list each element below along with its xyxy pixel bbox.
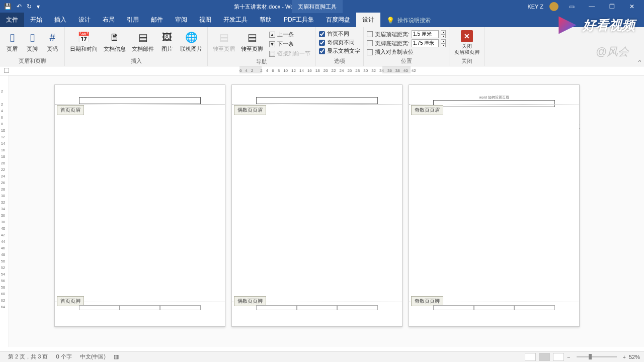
web-layout-button[interactable] <box>553 353 564 361</box>
tab-header-footer-design[interactable]: 设计 <box>356 13 380 27</box>
spinner-down-icon[interactable]: ▾ <box>441 34 446 38</box>
page-3[interactable]: word 如何设置页眉 奇数页页眉 奇数页页脚 <box>409 84 580 327</box>
date-time-button[interactable]: 📅日期和时间 <box>68 29 100 54</box>
collapse-ribbon-icon[interactable]: ^ <box>638 59 641 65</box>
tab-selector-icon[interactable] <box>4 68 9 73</box>
page-1[interactable]: 首页页眉 首页页脚 <box>54 84 225 327</box>
close-header-footer-button[interactable]: ✕ 关闭页眉和页脚 <box>452 29 481 56</box>
group-label: 选项 <box>319 57 360 66</box>
header-content-text: word 如何设置页眉 <box>409 95 579 100</box>
different-odd-even-checkbox[interactable]: 奇偶页不同 <box>319 39 360 46</box>
tell-me-placeholder: 操作说明搜索 <box>397 17 431 24</box>
goto-footer-button[interactable]: ▤转至页脚 <box>239 29 265 58</box>
footer-area[interactable] <box>433 305 555 310</box>
header-area[interactable] <box>256 97 378 104</box>
header-from-top-input[interactable] <box>412 30 439 38</box>
user-name[interactable]: KEY Z <box>527 4 543 10</box>
first-page-header-tag: 首页页眉 <box>57 105 84 115</box>
close-window-button[interactable]: ✕ <box>625 3 639 10</box>
tab-references[interactable]: 引用 <box>121 13 145 27</box>
spinner-up-icon[interactable]: ▴ <box>441 30 446 34</box>
footer-dist-icon <box>367 40 373 46</box>
vertical-ruler[interactable]: 2246810121416182022242628303234363840424… <box>0 75 9 347</box>
group-header-footer: ▯页眉 ▯页脚 #页码 页眉和页脚 <box>0 27 65 66</box>
title-bar: 💾 ↶ ↻ ▾ 第十五讲素材.docx - Word 页眉和页脚工具 KEY Z… <box>0 0 644 13</box>
online-picture-button[interactable]: 🌐联机图片 <box>178 29 204 54</box>
tab-design[interactable]: 设计 <box>72 13 97 27</box>
tab-review[interactable]: 审阅 <box>169 13 193 27</box>
maximize-button[interactable]: ❐ <box>605 3 619 10</box>
tab-layout[interactable]: 布局 <box>97 13 121 27</box>
footer-area[interactable] <box>79 305 201 310</box>
tab-insert[interactable]: 插入 <box>48 13 72 27</box>
next-section-button[interactable]: ▼下一条 <box>267 40 312 48</box>
different-first-page-checkbox[interactable]: 首页不同 <box>319 30 360 38</box>
horizontal-ruler[interactable]: 6422468101214161820222426283032343638404… <box>0 66 644 75</box>
lightbulb-icon: 💡 <box>386 17 394 24</box>
previous-section-button[interactable]: ▲上一条 <box>267 30 312 39</box>
status-bar: 第 2 页，共 3 页 0 个字 中文(中国) ▥ − + 52% <box>0 351 644 362</box>
user-avatar-icon[interactable] <box>549 2 558 11</box>
contextual-tab-label: 页眉和页脚工具 <box>292 0 343 13</box>
page-indicator[interactable]: 第 2 页，共 3 页 <box>4 353 52 360</box>
language-indicator[interactable]: 中文(中国) <box>76 353 110 360</box>
tab-icon <box>367 49 373 55</box>
zoom-level[interactable]: 52% <box>629 354 640 360</box>
zoom-slider-thumb[interactable] <box>589 354 592 359</box>
pages-container: 首页页眉 首页页脚 偶数页页眉 偶数页页脚 word 如何设置页眉 奇数页页眉 … <box>9 75 644 347</box>
group-label: 插入 <box>68 57 204 66</box>
spinner-up-icon[interactable]: ▴ <box>441 39 446 43</box>
header-icon: ▯ <box>5 30 19 44</box>
group-label: 关闭 <box>452 57 481 66</box>
ribbon: ▯页眉 ▯页脚 #页码 页眉和页脚 📅日期和时间 🗎文档信息 ▤文档部件 🖼图片… <box>0 27 644 66</box>
tab-view[interactable]: 视图 <box>193 13 217 27</box>
zoom-out-button[interactable]: − <box>567 354 570 360</box>
ribbon-tabs: 文件 开始 插入 设计 布局 引用 邮件 审阅 视图 开发工具 帮助 PDF工具… <box>0 13 644 27</box>
macro-indicator-icon[interactable]: ▥ <box>110 353 123 360</box>
header-area[interactable] <box>433 100 555 107</box>
save-icon[interactable]: 💾 <box>4 3 12 10</box>
quick-access-toolbar: 💾 ↶ ↻ ▾ <box>0 3 40 10</box>
footer-area[interactable] <box>256 305 378 310</box>
group-insert: 📅日期和时间 🗎文档信息 ▤文档部件 🖼图片 🌐联机图片 插入 <box>65 27 208 66</box>
header-area[interactable] <box>79 97 201 104</box>
minimize-button[interactable]: — <box>585 3 599 10</box>
word-count[interactable]: 0 个字 <box>52 353 75 360</box>
doc-info-button[interactable]: 🗎文档信息 <box>102 29 128 54</box>
down-arrow-icon: ▼ <box>269 41 275 47</box>
tab-pdf-tools[interactable]: PDF工具集 <box>278 13 320 27</box>
print-layout-button[interactable] <box>539 353 550 361</box>
tab-home[interactable]: 开始 <box>24 13 48 27</box>
footer-from-bottom-input[interactable] <box>412 39 439 47</box>
tab-developer[interactable]: 开发工具 <box>217 13 254 27</box>
undo-icon[interactable]: ↶ <box>17 3 22 10</box>
tell-me-search[interactable]: 💡 操作说明搜索 <box>380 14 437 27</box>
picture-button[interactable]: 🖼图片 <box>158 29 176 54</box>
tab-baidu-netdisk[interactable]: 百度网盘 <box>320 13 356 27</box>
insert-alignment-tab-button[interactable]: 插入对齐制表位 <box>367 48 446 56</box>
read-mode-button[interactable] <box>525 353 536 361</box>
goto-header-icon: ▤ <box>217 30 231 44</box>
quick-parts-button[interactable]: ▤文档部件 <box>130 29 156 54</box>
page-number-button[interactable]: #页码 <box>43 29 61 54</box>
zoom-in-button[interactable]: + <box>623 354 626 360</box>
tab-help[interactable]: 帮助 <box>254 13 278 27</box>
redo-icon[interactable]: ↻ <box>27 3 32 10</box>
footer-button[interactable]: ▯页脚 <box>23 29 41 54</box>
zoom-slider[interactable] <box>577 356 617 357</box>
page-2[interactable]: 偶数页页眉 偶数页页脚 <box>231 84 403 327</box>
goto-header-button: ▤转至页眉 <box>211 29 237 58</box>
footer-icon: ▯ <box>25 30 39 44</box>
ribbon-options-icon[interactable]: ▭ <box>565 3 579 10</box>
link-to-previous-button: ⬚链接到前一节 <box>267 49 312 58</box>
show-document-text-checkbox[interactable]: 显示文档文字 <box>319 47 360 55</box>
tab-mailings[interactable]: 邮件 <box>145 13 169 27</box>
group-close: ✕ 关闭页眉和页脚 关闭 <box>449 27 485 66</box>
up-arrow-icon: ▲ <box>269 32 275 38</box>
group-options: 首页不同 奇偶页不同 显示文档文字 选项 <box>316 27 364 66</box>
tab-file[interactable]: 文件 <box>0 13 24 27</box>
header-button[interactable]: ▯页眉 <box>3 29 21 54</box>
qat-more-icon[interactable]: ▾ <box>37 3 40 10</box>
link-icon: ⬚ <box>269 51 275 57</box>
spinner-down-icon[interactable]: ▾ <box>441 43 446 47</box>
